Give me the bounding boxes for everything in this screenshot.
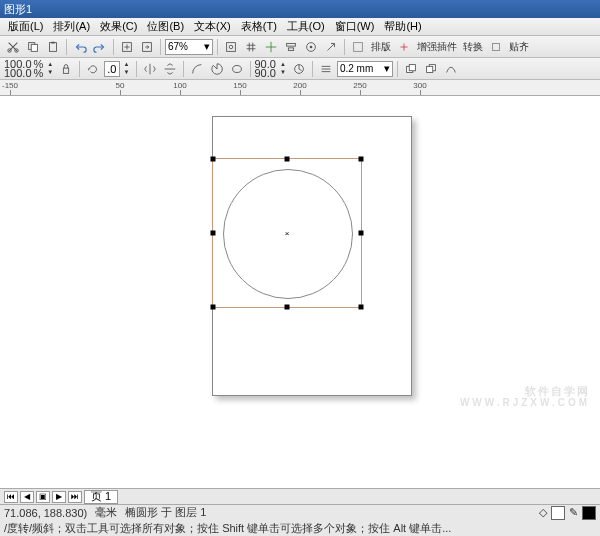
status-bar: 71.086, 188.830) 毫米 椭圆形 于 图层 1 ◇ ✎ /度转/频…	[0, 504, 600, 536]
copy-button[interactable]	[24, 38, 42, 56]
svg-point-9	[229, 45, 233, 49]
undo-button[interactable]	[71, 38, 89, 56]
outline-width-input[interactable]	[338, 63, 382, 74]
handle-mr[interactable]	[359, 231, 364, 236]
to-back-button[interactable]	[422, 60, 440, 78]
menu-arrange[interactable]: 排列(A)	[49, 18, 94, 35]
rotation-icon	[84, 60, 102, 78]
menu-effects[interactable]: 效果(C)	[96, 18, 141, 35]
pie-icon[interactable]	[208, 60, 226, 78]
page-next-icon[interactable]: ▶	[52, 491, 66, 503]
ruler-tick-label: 250	[353, 81, 366, 90]
outline-swatch[interactable]	[582, 506, 596, 520]
page-tab-1[interactable]: 页 1	[84, 490, 118, 504]
align-button[interactable]	[282, 38, 300, 56]
fill-icon: ◇	[539, 506, 547, 519]
menu-window[interactable]: 窗口(W)	[331, 18, 379, 35]
rotation-stepper[interactable]: ▲ ▼	[122, 61, 132, 77]
rotation-field[interactable]: .0	[104, 61, 119, 77]
selection-box[interactable]: ×	[212, 158, 362, 308]
svg-point-17	[232, 65, 241, 72]
coord-unit: 毫米	[95, 505, 117, 520]
down-icon[interactable]: ▼	[122, 69, 132, 77]
convert-curves-button[interactable]	[442, 60, 460, 78]
paste-button[interactable]	[44, 38, 62, 56]
page-prev-icon[interactable]: ◀	[20, 491, 34, 503]
down-icon[interactable]: ▼	[278, 69, 288, 77]
scale-y-value: 100.0	[4, 69, 32, 78]
menu-bitmap[interactable]: 位图(B)	[143, 18, 188, 35]
canvas-area[interactable]: × 软件自学网 WWW.RJZXW.COM	[0, 96, 600, 488]
export-button[interactable]	[138, 38, 156, 56]
direction-icon[interactable]	[290, 60, 308, 78]
chevron-down-icon[interactable]: ▾	[202, 40, 212, 54]
import-button[interactable]	[118, 38, 136, 56]
separator	[183, 61, 184, 77]
grid-button[interactable]	[242, 38, 260, 56]
svg-rect-14	[354, 42, 363, 51]
ruler-tick-label: 200	[293, 81, 306, 90]
cursor-coords: 71.086, 188.830)	[4, 507, 87, 519]
svg-rect-20	[409, 64, 415, 70]
handle-bm[interactable]	[285, 305, 290, 310]
scale-x-field: 100.0 100.0	[4, 60, 32, 78]
launch-button[interactable]	[322, 38, 340, 56]
separator	[217, 39, 218, 55]
ruler-tick-label: 150	[233, 81, 246, 90]
menu-layout[interactable]: 版面(L)	[4, 18, 47, 35]
mirror-v-button[interactable]	[161, 60, 179, 78]
ellipse-icon[interactable]	[228, 60, 246, 78]
arc-icon[interactable]	[188, 60, 206, 78]
scale-unit: % %	[34, 60, 44, 78]
separator	[250, 61, 251, 77]
group-a-icon[interactable]	[349, 38, 367, 56]
hint-text: /度转/频斜；双击工具可选择所有对象；按住 Shift 键单击可选择多个对象；按…	[4, 521, 451, 536]
handle-bl[interactable]	[211, 305, 216, 310]
down-icon[interactable]: ▼	[45, 69, 55, 77]
zoom-combo[interactable]: ▾	[165, 39, 213, 55]
zoom-input[interactable]	[166, 41, 202, 52]
separator	[66, 39, 67, 55]
watermark-line2: WWW.RJZXW.COM	[460, 397, 590, 408]
outline-icon: ✎	[569, 506, 578, 519]
lock-ratio-icon[interactable]	[57, 60, 75, 78]
menu-tools[interactable]: 工具(O)	[283, 18, 329, 35]
page-last-icon[interactable]: ⏭	[68, 491, 82, 503]
guides-button[interactable]	[262, 38, 280, 56]
mirror-h-button[interactable]	[141, 60, 159, 78]
cut-button[interactable]	[4, 38, 22, 56]
snap-icon[interactable]	[487, 38, 505, 56]
scale-stepper[interactable]: ▲ ▼	[45, 61, 55, 77]
separator	[397, 61, 398, 77]
chevron-down-icon[interactable]: ▾	[382, 62, 392, 76]
snap-button[interactable]	[222, 38, 240, 56]
page-add-icon[interactable]: ▣	[36, 491, 50, 503]
menu-table[interactable]: 表格(T)	[237, 18, 281, 35]
svg-rect-22	[427, 66, 433, 72]
handle-br[interactable]	[359, 305, 364, 310]
menu-help[interactable]: 帮助(H)	[380, 18, 425, 35]
redo-button[interactable]	[91, 38, 109, 56]
outline-width-combo[interactable]: ▾	[337, 61, 393, 77]
fill-swatch[interactable]	[551, 506, 565, 520]
plugin-icon[interactable]	[395, 38, 413, 56]
property-bar: 100.0 100.0 % % ▲ ▼ .0 ▲ ▼ 90.0 90.0 ▲ ▼…	[0, 58, 600, 80]
menu-bar: 版面(L) 排列(A) 效果(C) 位图(B) 文本(X) 表格(T) 工具(O…	[0, 18, 600, 36]
page-first-icon[interactable]: ⏮	[4, 491, 18, 503]
svg-rect-10	[287, 43, 296, 46]
handle-ml[interactable]	[211, 231, 216, 236]
svg-rect-8	[227, 42, 236, 51]
svg-rect-16	[64, 68, 69, 73]
app-title: 图形1	[4, 2, 32, 17]
angle-stepper[interactable]: ▲ ▼	[278, 61, 288, 77]
menu-text[interactable]: 文本(X)	[190, 18, 235, 35]
svg-rect-4	[50, 42, 57, 51]
page-tab-bar: ⏮ ◀ ▣ ▶ ⏭ 页 1	[0, 488, 600, 504]
handle-tm[interactable]	[285, 157, 290, 162]
handle-tr[interactable]	[359, 157, 364, 162]
label-snap[interactable]: 贴齐	[507, 40, 531, 54]
to-front-button[interactable]	[402, 60, 420, 78]
options-button[interactable]	[302, 38, 320, 56]
label-convert[interactable]: 转换	[461, 40, 485, 54]
handle-tl[interactable]	[211, 157, 216, 162]
